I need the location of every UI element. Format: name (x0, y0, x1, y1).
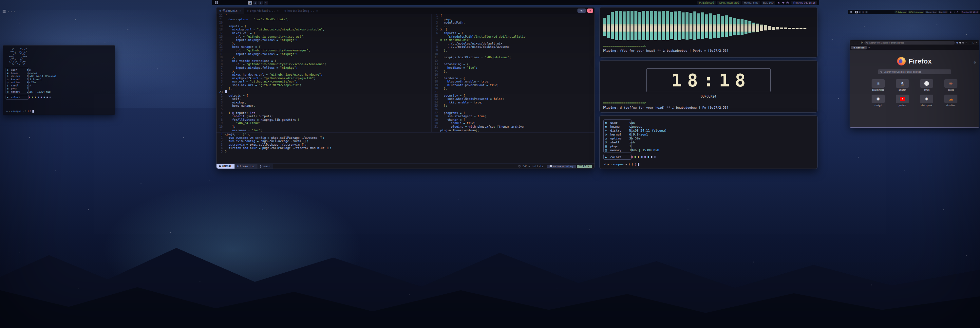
shortcut-tile-box: ✺ (872, 95, 885, 103)
shell-prompt[interactable]: ⌂→canopus~))) (604, 162, 640, 166)
forward-button[interactable]: → (856, 41, 859, 44)
code-text: }; (225, 42, 236, 46)
clock-badge[interactable]: Thu Aug 08, 18:18 (791, 1, 817, 5)
personalize-gear-icon[interactable]: ⚙ (974, 61, 976, 64)
tab-label: hosts/isoImag... (288, 9, 315, 13)
power-icon[interactable] (786, 1, 789, 4)
clock-badge[interactable]: Thu Aug 08, 18:18 (961, 11, 979, 13)
editor-tab[interactable]: ❄flake.nix× (216, 8, 244, 14)
host-icon: ▣ (7, 72, 11, 74)
pane-iso[interactable]: 1{2 pkgs,3 modulesPath,4 ...5}: {6 impor… (432, 14, 595, 133)
editor-tab[interactable]: ❄hosts/isoImag...× (282, 8, 321, 14)
volume-icon[interactable] (778, 1, 781, 4)
color-dot (49, 97, 51, 98)
color-dot (638, 156, 640, 158)
code-line: "${modulesPath}/installer/cd-dvd/install… (432, 35, 595, 39)
fetch-terminal-window[interactable]: ◉usertux▣hnamecanopus❄distroNixOS 24.11 … (600, 115, 818, 169)
tab-close-icon[interactable]: × (239, 9, 241, 13)
code-line: n-cd-minimal.nix" (432, 38, 595, 42)
hamburger-menu-icon[interactable]: ≡ (966, 41, 967, 44)
terminal-cursor[interactable] (32, 110, 34, 113)
minimize-button[interactable]: – (969, 41, 971, 44)
newtab-search-input[interactable]: Search with Google or enter address (878, 70, 951, 74)
code-text: programs = { (440, 111, 465, 115)
fetch-label: distro (11, 74, 27, 78)
workspace-button[interactable]: 2 (859, 11, 861, 13)
workspace-button[interactable]: 1 (855, 11, 858, 13)
statusline-branch: main (258, 164, 273, 169)
volume-icon[interactable] (950, 11, 952, 13)
workspace-button[interactable]: 3 (862, 11, 864, 13)
code-text: hostName = "iso"; (440, 66, 477, 70)
cava-bar (603, 10, 606, 42)
workspace-button[interactable]: 2 (253, 1, 258, 5)
account-icon[interactable] (963, 42, 964, 44)
workspace-button[interactable]: 3 (258, 1, 262, 5)
extension-icon[interactable] (959, 42, 961, 44)
pane-pkgs[interactable]: 1{pkgs, ...}: {1 tux-awesome-wm-config =… (216, 133, 595, 155)
terminal-cursor[interactable] (638, 163, 640, 166)
window-close-button[interactable]: × (587, 8, 593, 13)
line-number: 7 (432, 42, 440, 46)
fetch-row: ❄distroNixOS 24.11 (Vicuna) (7, 74, 113, 78)
tray-icons (949, 11, 959, 13)
extension-icon[interactable] (956, 42, 958, 44)
code-line: 24 rtkit.enable = true; (432, 101, 595, 105)
statusline-position: 17 % (577, 165, 592, 168)
code-line: 16 url = "github:nix-community/nixos-wsl… (216, 35, 431, 39)
shortcut-tile-box: ✺ (920, 95, 933, 103)
shortcut-tile[interactable]: ❄search.nixos (869, 79, 887, 91)
shortcut-tile[interactable]: ✺chatgpt (869, 95, 887, 106)
shell-prompt-left[interactable]: ⌂→canopus~))) (6, 110, 34, 113)
claude-icon: ✳ (949, 81, 953, 86)
eye-button[interactable] (578, 8, 586, 13)
reload-button[interactable]: ↻ (860, 41, 863, 44)
code-text: astronvim = pkgs.callPackage ./astronvim… (225, 143, 307, 147)
shortcut-tile[interactable]: aamazon (893, 79, 912, 91)
left-terminal-window[interactable]: \\ \\ // ==\\__\\/ // // \\// ==// //== … (3, 45, 115, 115)
menu-icon[interactable] (849, 11, 852, 13)
shortcut-tile[interactable]: ☁cloudflare (942, 95, 960, 106)
power-icon[interactable] (956, 11, 958, 13)
back-button[interactable]: ← (852, 41, 855, 44)
line-number: 22 (216, 14, 225, 18)
close-button[interactable]: × (976, 41, 977, 44)
menu-icon[interactable] (214, 1, 218, 4)
fetch-row: ▦pkgs1 (7, 87, 113, 90)
status-badge: Home: 6ms (925, 11, 937, 13)
new-tab-button[interactable]: + (868, 46, 870, 49)
tab-close-icon[interactable]: × (316, 9, 318, 13)
line-number: 8 (432, 45, 440, 49)
shortcut-tile[interactable]: github (918, 79, 936, 91)
shortcut-tile[interactable]: ✳claude (942, 79, 960, 91)
network-icon[interactable] (953, 11, 955, 13)
fetch-value: 6.9.8-zen1 (27, 78, 41, 81)
vim-mode-icon (219, 165, 221, 167)
tab-close-icon[interactable]: × (277, 9, 279, 13)
cava-bar (650, 10, 653, 42)
workspace-button[interactable]: 4 (264, 1, 268, 5)
workspace-button[interactable]: 1 (248, 1, 252, 5)
color-dot (648, 156, 649, 158)
code-text: inputs = { (225, 25, 246, 28)
address-bar[interactable]: Search with Google or enter address (864, 41, 955, 44)
tray-icons (777, 1, 790, 4)
line-number: 5 (216, 73, 225, 77)
fetch-row: ▤memory1946 | 15394 MiB (605, 148, 814, 152)
shortcut-tile-box: ☁ (944, 95, 958, 103)
code-line: 8 ../../modules/nixos/desktop/awesome (432, 45, 595, 49)
editor-tab[interactable]: ❄pkgs/default...× (244, 8, 282, 14)
code-text: networking = { (440, 63, 469, 66)
fetch-value: NixOS 24.11 (Vicuna) (27, 74, 56, 78)
network-icon[interactable] (782, 1, 785, 4)
code-line: 6 imports = [ (432, 32, 595, 35)
clock-date: 08/08/24 (600, 95, 817, 98)
code-line: 5 nixos-hardware.url = "github:nixos/nix… (216, 73, 431, 77)
workspace-button[interactable]: 4 (865, 11, 868, 13)
shortcut-tile[interactable]: youtube (893, 95, 912, 106)
maximize-button[interactable]: □ (973, 41, 974, 44)
pane-flake[interactable]: 22{21 description = "tux's NixOS Flake";… (216, 14, 431, 133)
menu-icon[interactable] (2, 10, 6, 13)
browser-tab[interactable]: New Tab (851, 46, 867, 49)
shortcut-tile[interactable]: ✺chat.openai (918, 95, 936, 106)
